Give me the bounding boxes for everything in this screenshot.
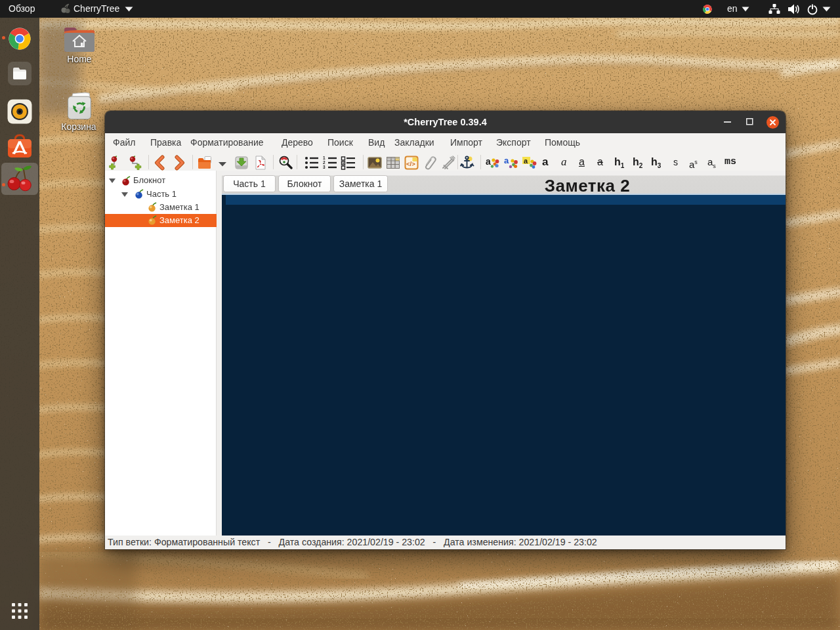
svg-text:</>: </> [406, 160, 415, 167]
svg-text:1: 1 [323, 156, 326, 160]
svg-text:2: 2 [323, 160, 326, 165]
svg-text:a: a [486, 156, 491, 167]
svg-text:a: a [504, 156, 509, 165]
svg-text:3: 3 [323, 165, 326, 169]
svg-text:a: a [524, 157, 528, 165]
